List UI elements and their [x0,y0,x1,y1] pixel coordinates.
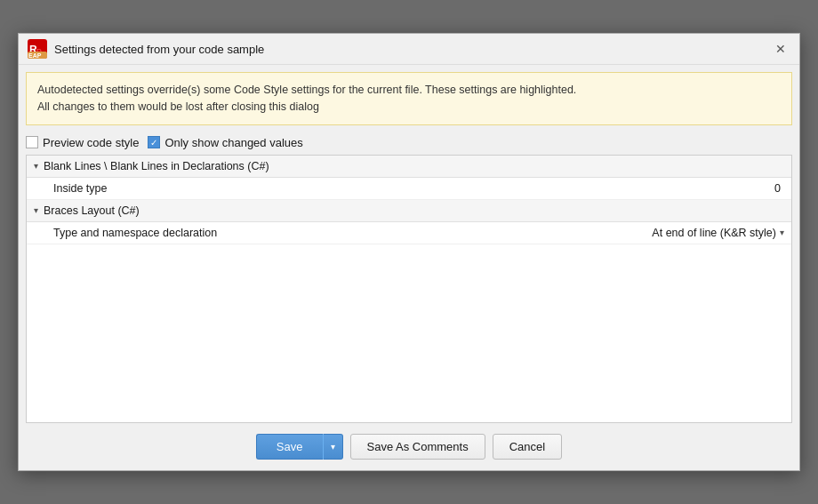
only-show-changed-checkbox-label[interactable]: ✓ Only show changed values [148,136,302,149]
save-dropdown-arrow-icon: ▾ [331,442,335,452]
cancel-button[interactable]: Cancel [493,434,562,460]
preview-code-style-label: Preview code style [43,136,139,149]
only-show-changed-checkbox[interactable]: ✓ [148,136,160,148]
chevron-down-icon[interactable]: ▾ [34,161,38,171]
dialog-title: Settings detected from your code sample [54,43,771,56]
preview-code-style-checkbox[interactable] [26,136,38,148]
group-row-blank-lines[interactable]: ▾ Blank Lines \ Blank Lines in Declarati… [27,156,791,178]
toolbar: Preview code style ✓ Only show changed v… [19,132,799,155]
setting-row-type-namespace: Type and namespace declaration At end of… [27,222,791,244]
warning-line1: Autodetected settings override(s) some C… [37,82,781,99]
dropdown-value-text: At end of line (K&R style) [652,227,776,239]
preview-code-style-checkbox-label[interactable]: Preview code style [26,136,139,149]
group-label-braces-layout: Braces Layout (C#) [44,204,140,217]
warning-line2: All changes to them would be lost after … [37,99,781,116]
group-row-braces-layout[interactable]: ▾ Braces Layout (C#) [27,200,791,222]
save-button[interactable]: Save [256,434,323,460]
dialog-footer: Save ▾ Save As Comments Cancel [19,423,799,470]
setting-name-type-namespace: Type and namespace declaration [53,227,652,239]
close-button[interactable]: ✕ [771,39,790,59]
save-dropdown-button[interactable]: ▾ [323,434,343,460]
dropdown-arrow-icon: ▾ [780,228,784,237]
only-show-changed-label: Only show changed values [164,136,302,149]
chevron-down-icon-2[interactable]: ▾ [34,205,38,215]
empty-area [27,244,791,422]
warning-banner: Autodetected settings override(s) some C… [26,72,792,125]
checkmark-icon: ✓ [150,138,157,148]
settings-table: ▾ Blank Lines \ Blank Lines in Declarati… [26,155,792,423]
svg-text:EAP: EAP [28,52,42,59]
setting-value-inside-type: 0 [606,182,784,195]
setting-name-inside-type: Inside type [53,182,606,195]
save-button-group: Save ▾ [256,434,343,460]
setting-row-inside-type: Inside type 0 [27,178,791,200]
save-as-comments-button[interactable]: Save As Comments [350,434,485,460]
group-label-blank-lines: Blank Lines \ Blank Lines in Declaration… [44,160,269,172]
title-bar: R D EAP Settings detected from your code… [19,34,799,65]
app-logo-icon: R D EAP [28,39,47,59]
settings-dialog: R D EAP Settings detected from your code… [18,33,800,471]
setting-value-type-namespace[interactable]: At end of line (K&R style) ▾ [652,227,784,239]
